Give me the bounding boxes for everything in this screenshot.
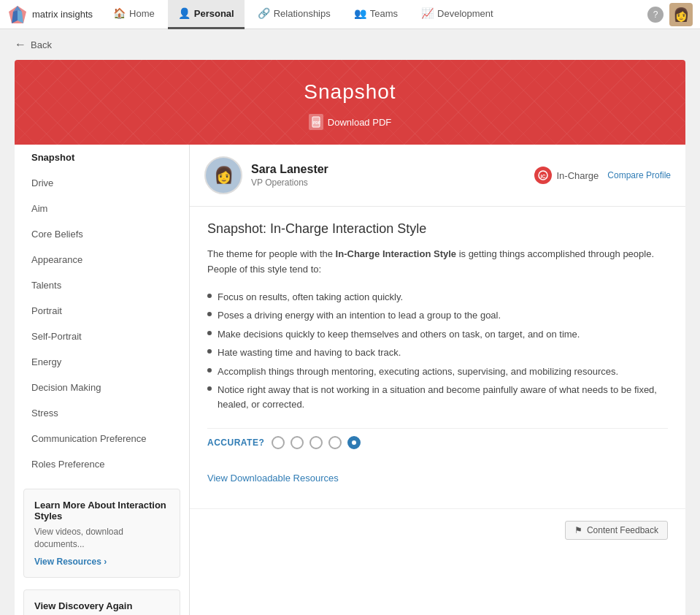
nav-teams-label: Teams bbox=[370, 8, 398, 19]
learn-more-title: Learn More About Interaction Styles bbox=[34, 500, 169, 522]
sidebar-item-talents[interactable]: Talents bbox=[15, 272, 189, 298]
intro-prefix: The theme for people with the bbox=[207, 248, 336, 259]
user-avatar[interactable]: 👩 bbox=[669, 3, 693, 26]
sidebar-item-snapshot[interactable]: Snapshot bbox=[15, 145, 189, 170]
flag-icon: ⚑ bbox=[574, 525, 582, 535]
radio-2[interactable] bbox=[291, 436, 304, 449]
radio-3[interactable] bbox=[309, 436, 323, 449]
intro-bold: In-Charge Interaction Style bbox=[336, 248, 456, 259]
bullet-text: Notice right away that is not working in… bbox=[218, 383, 668, 411]
bullet-icon bbox=[207, 349, 212, 354]
discovery-title: View Discovery Again bbox=[34, 600, 169, 611]
bullet-icon bbox=[207, 368, 212, 373]
hero-banner: Snapshot PDF Download PDF bbox=[15, 60, 685, 145]
nav-development-label: Development bbox=[437, 8, 493, 19]
left-sidebar: Snapshot Drive Aim Core Beliefs Appearan… bbox=[15, 145, 190, 615]
snapshot-bullets-list: Focus on results, often taking action qu… bbox=[207, 288, 668, 414]
back-bar: ← Back bbox=[0, 29, 700, 60]
nav-personal[interactable]: 👤 Personal bbox=[168, 0, 245, 29]
content-feedback-button[interactable]: ⚑ Content Feedback bbox=[565, 521, 668, 540]
sidebar-item-energy[interactable]: Energy bbox=[15, 349, 189, 375]
radio-5[interactable] bbox=[347, 436, 361, 449]
nav-right: ? 👩 bbox=[647, 3, 693, 26]
snapshot-heading: Snapshot: In-Charge Interaction Style bbox=[207, 221, 668, 237]
nav-teams[interactable]: 👥 Teams bbox=[344, 0, 408, 29]
back-label: Back bbox=[31, 39, 52, 50]
main-panel: 👩 Sara Lanester VP Operations IC In-Char… bbox=[190, 145, 685, 615]
feedback-label: Content Feedback bbox=[587, 525, 658, 535]
download-pdf-button[interactable]: PDF Download PDF bbox=[309, 114, 391, 130]
learn-more-card: Learn More About Interaction Styles View… bbox=[23, 489, 180, 578]
feedback-bar: ⚑ Content Feedback bbox=[190, 508, 685, 551]
sidebar-item-stress[interactable]: Stress bbox=[15, 400, 189, 426]
radio-1[interactable] bbox=[272, 436, 285, 449]
bullet-icon bbox=[207, 294, 212, 298]
nav-bar: matrix insights 🏠 Home 👤 Personal 🔗 Rela… bbox=[0, 0, 700, 29]
snapshot-content: Snapshot: In-Charge Interaction Style Th… bbox=[190, 207, 685, 508]
list-item: Hate wasting time and having to back tra… bbox=[207, 343, 668, 362]
home-icon: 🏠 bbox=[113, 7, 126, 19]
profile-badge: IC In-Charge bbox=[526, 164, 607, 187]
sidebar-item-roles-preference[interactable]: Roles Preference bbox=[15, 451, 189, 477]
hero-title: Snapshot bbox=[29, 80, 671, 104]
profile-header: 👩 Sara Lanester VP Operations IC In-Char… bbox=[190, 145, 685, 207]
bullet-text: Hate wasting time and having to back tra… bbox=[218, 345, 401, 360]
radio-group bbox=[272, 436, 361, 449]
svg-text:IC: IC bbox=[541, 174, 546, 179]
badge-label: In-Charge bbox=[556, 170, 599, 181]
accurate-label: ACCURATE? bbox=[207, 438, 264, 448]
view-resources-link[interactable]: View Resources › bbox=[34, 557, 169, 567]
relationships-icon: 🔗 bbox=[258, 7, 270, 19]
compare-profile-button[interactable]: Compare Profile bbox=[607, 170, 671, 180]
sidebar-item-core-beliefs[interactable]: Core Beliefs bbox=[15, 221, 189, 247]
sidebar-item-self-portrait[interactable]: Self-Portrait bbox=[15, 324, 189, 349]
bullet-icon bbox=[207, 331, 212, 335]
bullet-icon bbox=[207, 312, 212, 316]
radio-4[interactable] bbox=[328, 436, 342, 449]
app-name: matrix insights bbox=[32, 9, 93, 20]
discovery-card: View Discovery Again Revisit Interaction… bbox=[23, 589, 180, 615]
nav-relationships-label: Relationships bbox=[274, 8, 331, 19]
profile-info: Sara Lanester VP Operations bbox=[251, 163, 514, 188]
sidebar-item-portrait[interactable]: Portrait bbox=[15, 298, 189, 324]
list-item: Poses a driving energy with an intention… bbox=[207, 306, 668, 325]
bullet-text: Accomplish things through mentoring, exe… bbox=[218, 364, 618, 379]
sidebar-item-aim[interactable]: Aim bbox=[15, 196, 189, 221]
snapshot-intro: The theme for people with the In-Charge … bbox=[207, 247, 668, 278]
list-item: Focus on results, often taking action qu… bbox=[207, 288, 668, 307]
pdf-icon: PDF bbox=[309, 114, 323, 130]
list-item: Accomplish things through mentoring, exe… bbox=[207, 362, 668, 381]
sidebar-item-decision-making[interactable]: Decision Making bbox=[15, 375, 189, 400]
list-item: Notice right away that is not working in… bbox=[207, 381, 668, 413]
back-button[interactable]: ← Back bbox=[15, 38, 685, 51]
bullet-icon bbox=[207, 386, 212, 391]
bullet-text: Make decisions quickly to keep themselve… bbox=[218, 327, 580, 342]
bullet-text: Poses a driving energy with an intention… bbox=[218, 308, 501, 323]
download-pdf-label: Download PDF bbox=[328, 117, 391, 128]
nav-development[interactable]: 📈 Development bbox=[411, 0, 504, 29]
svg-text:PDF: PDF bbox=[313, 121, 320, 125]
sidebar-item-drive[interactable]: Drive bbox=[15, 170, 189, 196]
sidebar-item-appearance[interactable]: Appearance bbox=[15, 247, 189, 272]
bullet-text: Focus on results, often taking action qu… bbox=[218, 290, 403, 305]
nav-personal-label: Personal bbox=[194, 8, 234, 19]
list-item: Make decisions quickly to keep themselve… bbox=[207, 325, 668, 344]
profile-title: VP Operations bbox=[251, 177, 514, 188]
nav-home-label: Home bbox=[129, 8, 155, 19]
accurate-section: ACCURATE? bbox=[207, 428, 668, 462]
in-charge-badge-icon: IC bbox=[534, 167, 552, 184]
nav-home[interactable]: 🏠 Home bbox=[103, 0, 165, 29]
profile-name: Sara Lanester bbox=[251, 163, 514, 176]
back-arrow-icon: ← bbox=[15, 38, 26, 51]
development-icon: 📈 bbox=[421, 7, 434, 19]
sidebar-item-communication-preference[interactable]: Communication Preference bbox=[15, 426, 189, 451]
learn-more-text: View videos, download documents... bbox=[34, 526, 169, 551]
view-downloadable-resources-link[interactable]: View Downloadable Resources bbox=[207, 462, 668, 494]
profile-avatar: 👩 bbox=[204, 156, 242, 194]
logo-gem-icon bbox=[7, 4, 28, 25]
help-button[interactable]: ? bbox=[647, 7, 664, 23]
nav-relationships[interactable]: 🔗 Relationships bbox=[247, 0, 341, 29]
app-logo[interactable]: matrix insights bbox=[7, 4, 93, 25]
main-content: Snapshot Drive Aim Core Beliefs Appearan… bbox=[15, 145, 685, 615]
personal-icon: 👤 bbox=[178, 7, 191, 19]
